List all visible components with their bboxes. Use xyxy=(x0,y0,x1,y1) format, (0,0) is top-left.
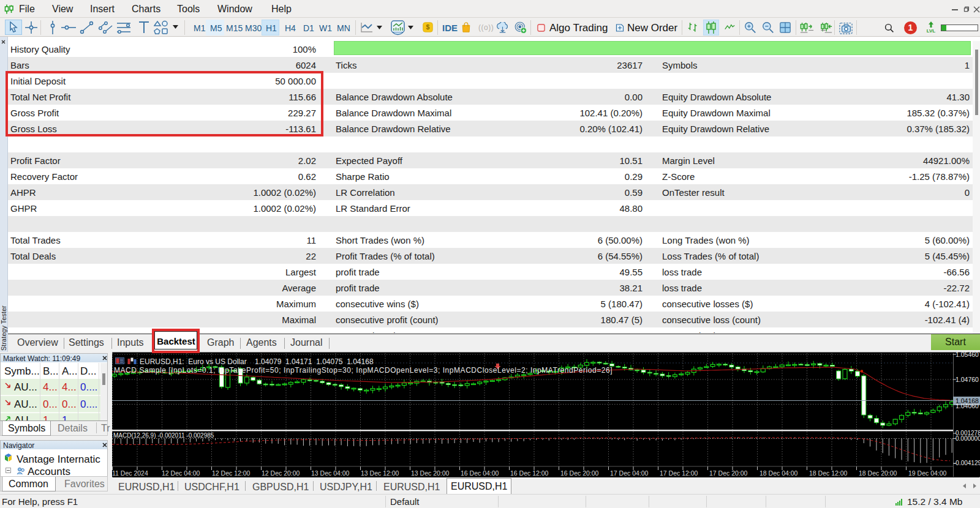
svg-text:$: $ xyxy=(426,23,430,31)
svg-text:Strategy Tester: Strategy Tester xyxy=(0,305,7,351)
